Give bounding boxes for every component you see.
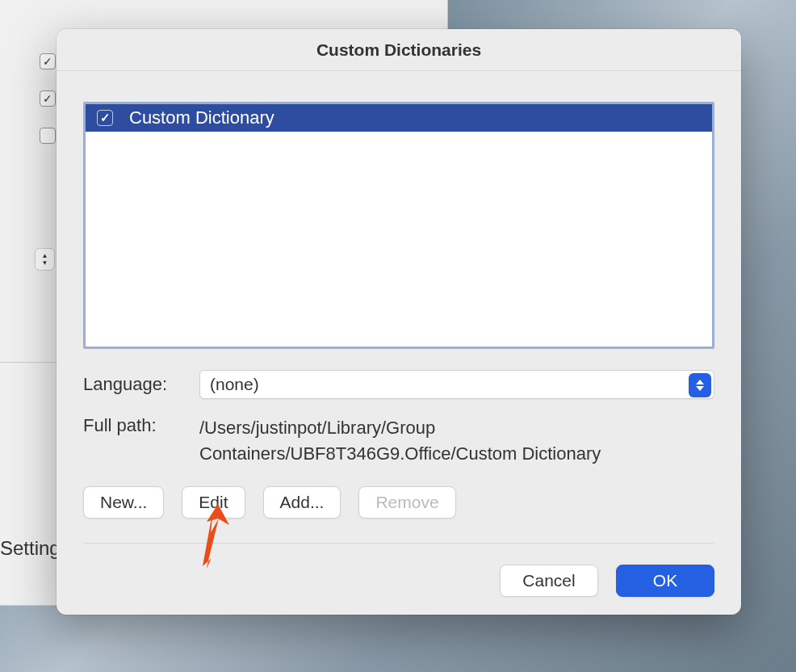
- dictionary-checkbox[interactable]: [97, 110, 113, 126]
- language-row: Language: (none): [83, 370, 714, 399]
- action-button-row: New... Edit Add... Remove: [83, 486, 714, 519]
- dictionary-list[interactable]: Custom Dictionary: [83, 102, 714, 349]
- ok-button[interactable]: OK: [616, 565, 714, 597]
- language-select[interactable]: (none): [199, 370, 714, 399]
- divider-stub: [0, 362, 57, 363]
- dialog-titlebar: Custom Dictionaries: [57, 29, 741, 71]
- edit-button[interactable]: Edit: [182, 486, 245, 519]
- dictionary-item-label: Custom Dictionary: [129, 107, 274, 128]
- select-stub[interactable]: ▲▼: [35, 248, 55, 271]
- dictionary-list-item[interactable]: Custom Dictionary: [86, 104, 712, 132]
- footer-divider: [83, 543, 714, 544]
- dialog-title: Custom Dictionaries: [316, 40, 481, 60]
- checkbox-stub-2[interactable]: [40, 90, 56, 107]
- new-button[interactable]: New...: [83, 486, 164, 519]
- fullpath-row: Full path: /Users/justinpot/Library/Grou…: [83, 415, 714, 467]
- checkbox-stub-1[interactable]: [40, 53, 56, 69]
- fullpath-value: /Users/justinpot/Library/Group Container…: [199, 415, 714, 467]
- add-button[interactable]: Add...: [263, 486, 341, 519]
- custom-dictionaries-dialog: Custom Dictionaries Custom Dictionary La…: [57, 29, 741, 615]
- language-label: Language:: [83, 374, 185, 395]
- chevron-updown-icon: [689, 373, 711, 397]
- dialog-body: Custom Dictionary Language: (none) Full …: [57, 71, 741, 615]
- remove-button: Remove: [358, 486, 455, 519]
- footer-button-row: Cancel OK: [83, 565, 714, 597]
- checkbox-stub-3[interactable]: [40, 128, 56, 144]
- fullpath-label: Full path:: [83, 415, 185, 467]
- language-select-value: (none): [210, 375, 259, 394]
- settings-label: Setting: [0, 537, 61, 560]
- cancel-button[interactable]: Cancel: [500, 565, 598, 597]
